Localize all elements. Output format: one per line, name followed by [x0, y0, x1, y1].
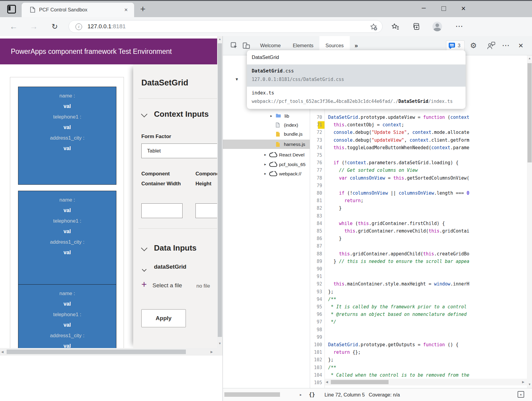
line-number[interactable]: 92	[310, 280, 322, 288]
line-number[interactable]: 75	[310, 152, 322, 159]
tree-row-lib[interactable]: ▸lib	[223, 111, 310, 121]
data-inputs-heading[interactable]: Data Inputs	[154, 243, 197, 253]
collections-icon[interactable]	[412, 23, 420, 32]
line-number[interactable]: 100	[310, 341, 322, 349]
refresh-button[interactable]: ↻	[49, 17, 61, 36]
browser-menu-icon[interactable]: ⋯	[453, 17, 466, 36]
browser-tab-active[interactable]: PCF Control Sandbox ✕	[22, 3, 134, 17]
profile-avatar[interactable]	[432, 22, 442, 31]
window-maximize-button[interactable]	[437, 2, 451, 15]
line-number[interactable]: 70	[310, 114, 322, 121]
address-bar[interactable]: i 127.0.0.1:8181	[69, 20, 383, 33]
window-close-button[interactable]: ✕	[457, 2, 470, 15]
tab-close-icon[interactable]: ✕	[123, 7, 129, 13]
line-number[interactable]: 103	[310, 364, 322, 372]
quickopen-result[interactable]: DataSetGrid.css127.0.0.1:8181/css/DataSe…	[247, 65, 466, 87]
tree-row-webpack-[interactable]: ▸webpack://	[223, 169, 310, 178]
forward-button[interactable]: →	[28, 17, 40, 36]
tree-row--index-[interactable]: (index)	[223, 120, 310, 130]
line-number[interactable]: 88	[310, 250, 322, 258]
line-number[interactable]: 76	[310, 159, 322, 167]
tree-collapsed-icon[interactable]: ▸	[264, 172, 266, 176]
scroll-up-icon[interactable]: ▲	[217, 37, 223, 41]
tree-row-react-devel[interactable]: ▸React Devel	[223, 150, 310, 159]
editor-horizontal-scrollbar[interactable]: ◀ ▶	[325, 379, 527, 385]
dataset-grid-label[interactable]: dataSetGrid	[154, 264, 186, 270]
line-number[interactable]: 78	[310, 174, 322, 182]
line-number[interactable]: 93	[310, 288, 322, 296]
drawer-expand-icon[interactable]: ▲	[518, 391, 524, 398]
window-minimize-button[interactable]: –	[417, 2, 431, 15]
line-number[interactable]: 89	[310, 258, 322, 265]
settings-gear-icon[interactable]: ⚙	[470, 36, 477, 55]
scroll-left-icon[interactable]: ◀	[1, 348, 4, 356]
device-toolbar-icon[interactable]	[243, 42, 250, 50]
line-number[interactable]: 98	[310, 326, 322, 334]
tree-collapsed-icon[interactable]: ▸	[264, 153, 266, 157]
tab-preview-button[interactable]	[6, 4, 17, 14]
line-number[interactable]: 84	[310, 220, 322, 227]
line-number[interactable]: 99	[310, 334, 322, 341]
line-number[interactable]: 95	[310, 303, 322, 311]
line-number[interactable]: 96	[310, 311, 322, 318]
line-number[interactable]: 102	[310, 356, 322, 364]
scroll-right-icon[interactable]: ▶	[522, 379, 524, 385]
line-number[interactable]: 91	[310, 273, 322, 280]
navigator-scrollbar-thumb[interactable]	[224, 392, 280, 397]
add-favorite-icon[interactable]	[370, 23, 377, 31]
scroll-down-icon[interactable]: ▼	[527, 383, 532, 386]
pretty-print-icon[interactable]: {}	[309, 388, 315, 401]
line-number[interactable]: 85	[310, 227, 322, 235]
line-number[interactable]: 94	[310, 296, 322, 303]
line-number[interactable]: 71	[310, 121, 322, 129]
tree-row-bundle-js[interactable]: bundle.js	[223, 129, 310, 139]
tree-collapsed-icon[interactable]: ▸	[270, 114, 272, 118]
scrollbar-thumb[interactable]	[527, 63, 532, 162]
line-number[interactable]: 104	[310, 372, 322, 379]
inspect-element-icon[interactable]	[231, 42, 238, 50]
editor-vertical-scrollbar[interactable]: ▲ ▼	[527, 55, 532, 388]
line-number[interactable]: 81	[310, 197, 322, 205]
line-number[interactable]: 86	[310, 235, 322, 242]
container-width-input[interactable]	[141, 203, 183, 218]
line-number[interactable]: 101	[310, 349, 322, 356]
new-tab-button[interactable]: +	[138, 3, 148, 15]
devtools-close-icon[interactable]: ✕	[518, 36, 524, 55]
line-number[interactable]: 105	[310, 379, 322, 387]
scrollbar-thumb[interactable]	[218, 43, 222, 337]
back-button[interactable]: ←	[8, 17, 20, 36]
line-number[interactable]: 87	[310, 242, 322, 250]
issues-button[interactable]: 3	[446, 40, 465, 51]
scroll-right-icon[interactable]: ▶	[211, 348, 213, 356]
chevron-down-icon[interactable]	[141, 245, 147, 251]
tree-expanded-icon[interactable]: ▼	[235, 77, 239, 82]
scrollbar-thumb[interactable]	[7, 350, 186, 354]
select-file-button[interactable]: Select a file	[152, 282, 182, 289]
devtools-menu-icon[interactable]: ⋯	[502, 36, 510, 54]
line-number[interactable]: 83	[310, 212, 322, 220]
favorites-icon[interactable]	[391, 23, 399, 32]
scroll-left-icon[interactable]: ◀	[326, 379, 328, 385]
container-height-input[interactable]	[195, 203, 217, 218]
quickopen-result[interactable]: index.tswebpack://pcf_tools_652ac3f36e…4…	[247, 87, 466, 109]
chevron-down-icon[interactable]	[142, 267, 147, 272]
scroll-down-icon[interactable]: ▼	[217, 342, 223, 345]
line-number[interactable]: 72	[310, 129, 322, 136]
line-number[interactable]: 80	[310, 190, 322, 197]
line-number[interactable]: 97	[310, 318, 322, 326]
tree-row-harness-js[interactable]: harness.js	[223, 140, 310, 149]
page-vertical-scrollbar[interactable]: ▲ ▼	[217, 36, 223, 348]
context-inputs-heading[interactable]: Context Inputs	[154, 110, 209, 119]
page-horizontal-scrollbar[interactable]: ◀ ▶	[0, 348, 223, 356]
scrollbar-thumb[interactable]	[331, 380, 389, 384]
statusbar-expander-icon[interactable]: ▸	[300, 388, 302, 401]
feedback-icon[interactable]	[487, 42, 495, 51]
line-number[interactable]: 82	[310, 205, 322, 212]
tree-collapsed-icon[interactable]: ▸	[264, 162, 266, 166]
form-factor-select[interactable]: Tablet	[141, 143, 217, 158]
line-number[interactable]: 73	[310, 137, 322, 144]
line-number[interactable]: 74	[310, 144, 322, 152]
line-number[interactable]: 79	[310, 182, 322, 190]
scroll-up-icon[interactable]: ▲	[527, 57, 532, 60]
quick-open-input[interactable]: DataSetGrid	[247, 50, 466, 65]
